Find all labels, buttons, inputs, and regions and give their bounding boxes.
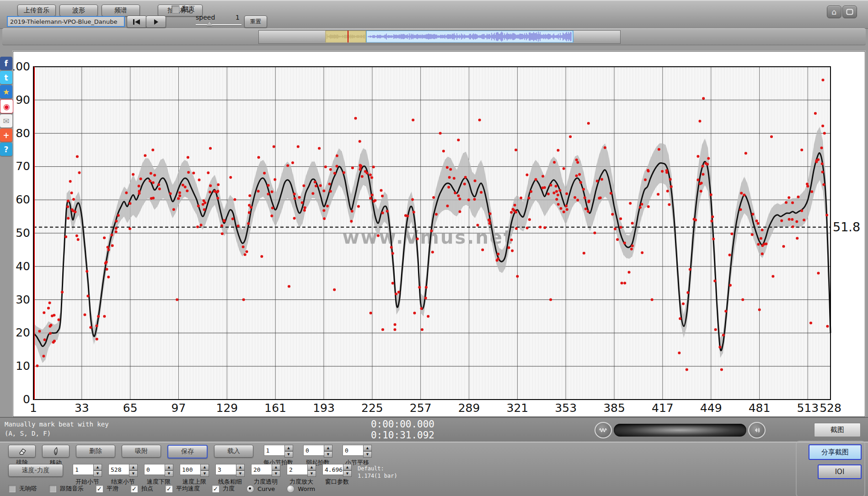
wave-mode-button[interactable] <box>595 422 612 438</box>
beat-spinner-3-value[interactable]: 0 <box>343 445 363 456</box>
spin-up-icon[interactable]: ▲ <box>165 464 173 470</box>
spin-up-icon[interactable]: ▲ <box>324 445 332 451</box>
spin-down-icon[interactable]: ▼ <box>363 451 372 458</box>
range-spinner-3-value[interactable]: 0 <box>144 464 165 475</box>
beat-dot <box>699 182 702 185</box>
weibo-share-button[interactable]: ◉ <box>0 99 13 113</box>
help-share-button[interactable]: ? <box>0 143 12 156</box>
option-checkbox-3[interactable]: ✓ <box>96 485 103 493</box>
spin-up-icon[interactable]: ▲ <box>129 464 138 470</box>
range-spinner-1-value[interactable]: 1 <box>73 464 93 475</box>
click-volume-button[interactable] <box>748 422 766 438</box>
ioi-button[interactable]: IOI <box>818 464 862 479</box>
range-spinner-2-value[interactable]: 528 <box>108 464 129 475</box>
toolbar-button-3[interactable]: 频谱 <box>102 5 140 16</box>
option-checkbox-6[interactable]: ✓ <box>212 485 220 493</box>
spin-down-icon[interactable]: ▼ <box>343 470 352 477</box>
edit-button-4[interactable]: 载入 <box>214 445 253 458</box>
beat-spinner-2-value[interactable]: 0 <box>303 445 324 456</box>
range-spinner-4-value[interactable]: 100 <box>180 464 200 475</box>
spin-down-icon[interactable]: ▼ <box>200 470 209 477</box>
spin-down-icon[interactable]: ▼ <box>165 470 173 477</box>
spin-down-icon[interactable]: ▼ <box>129 470 138 477</box>
beat-dot <box>694 219 697 221</box>
speed-slider-track[interactable] <box>196 24 241 25</box>
waveform-track[interactable] <box>258 30 621 44</box>
spin-up-icon[interactable]: ▲ <box>200 464 209 470</box>
spin-up-icon[interactable]: ▲ <box>272 464 280 470</box>
beat-dot <box>800 209 803 212</box>
beat-dot <box>457 194 460 197</box>
edit-button-1[interactable]: 删除 <box>76 445 115 458</box>
option-checkbox-2[interactable] <box>49 485 57 493</box>
beat-dot <box>791 218 793 221</box>
beat-dot <box>619 218 622 220</box>
option-checkbox-5[interactable]: ✓ <box>165 485 173 493</box>
beat-dot <box>267 193 270 196</box>
beat-dot <box>520 197 522 199</box>
option-checkbox-1[interactable] <box>8 485 16 493</box>
range-spinners: 1▲▼开始小节528▲▼结束小节0▲▼速度下限100▲▼速度上限3▲▼线条粗细2… <box>73 464 352 486</box>
tempo-chart[interactable]: 0102030405060708090100133659712916119322… <box>13 52 865 416</box>
speed-slider-thumb[interactable] <box>207 21 212 26</box>
skip-start-button[interactable] <box>127 16 147 28</box>
fullscreen-button[interactable] <box>842 5 857 18</box>
spin-up-icon[interactable]: ▲ <box>93 464 102 470</box>
beat-dot <box>386 210 389 213</box>
beat-dot <box>151 149 154 151</box>
spin-up-icon[interactable]: ▲ <box>363 445 372 451</box>
y-tick-label: 60 <box>16 193 30 206</box>
beat-dot <box>329 168 332 171</box>
spin-up-icon[interactable]: ▲ <box>307 464 316 470</box>
twitter-share-button[interactable]: t <box>0 71 12 84</box>
spin-up-icon[interactable]: ▲ <box>343 464 352 470</box>
toolbar-button-2[interactable]: 波形 <box>59 5 98 16</box>
range-spinner-5: 3▲▼线条粗细 <box>215 464 245 486</box>
beat-dot <box>457 139 460 141</box>
reset-button[interactable]: 重置 <box>244 16 267 28</box>
volume-slider[interactable] <box>614 424 746 437</box>
radio-worm[interactable] <box>287 485 295 493</box>
addthis-share-button[interactable]: + <box>0 128 12 142</box>
edit-button-2[interactable]: 吸附 <box>122 445 161 458</box>
play-button[interactable] <box>146 16 166 28</box>
beat-dot <box>184 186 187 188</box>
beat-spinner-1-value[interactable]: 1 <box>264 445 284 456</box>
spin-down-icon[interactable]: ▼ <box>272 470 280 477</box>
range-spinner-7-value[interactable]: 2 <box>287 464 307 475</box>
facebook-share-button[interactable]: f <box>0 57 12 70</box>
spin-down-icon[interactable]: ▼ <box>284 451 293 458</box>
range-spinner-7-control: 2▲▼ <box>287 464 316 477</box>
option-checkbox-4[interactable]: ✓ <box>130 485 138 493</box>
range-spinner-6-value[interactable]: 20 <box>251 464 272 475</box>
mail-share-button[interactable]: ✉ <box>0 114 12 128</box>
move-button[interactable] <box>42 445 70 458</box>
beat-dot <box>381 212 384 214</box>
radio-curve[interactable] <box>246 485 254 493</box>
edit-button-3[interactable]: 保存 <box>167 445 208 459</box>
beat-dot <box>129 202 131 205</box>
beat-dot <box>158 187 161 190</box>
screenshot-button[interactable]: 截图 <box>814 423 861 437</box>
tempo-dynamics-button[interactable]: 速度-力度 <box>8 464 63 477</box>
waveform-playhead-region[interactable] <box>326 31 366 43</box>
beat-dot <box>515 227 518 230</box>
spin-up-icon[interactable]: ▲ <box>284 445 293 451</box>
home-button[interactable]: ⌂ <box>827 5 841 18</box>
range-spinner-5-value[interactable]: 3 <box>215 464 236 475</box>
exclude-button[interactable] <box>8 445 36 458</box>
beat-dot <box>257 156 260 159</box>
toolbar-button-1[interactable]: 上传音乐 <box>17 5 56 16</box>
flip-page-checkbox[interactable] <box>171 5 179 13</box>
share-screenshot-button[interactable]: 分享截图 <box>809 444 862 460</box>
spin-up-icon[interactable]: ▲ <box>236 464 245 470</box>
spin-down-icon[interactable]: ▼ <box>236 470 245 477</box>
filename-input[interactable] <box>7 16 125 27</box>
range-spinner-8-value[interactable]: 4.6964 <box>322 464 343 475</box>
ioi-label: IOI <box>835 468 845 476</box>
spin-down-icon[interactable]: ▼ <box>324 451 332 458</box>
spin-down-icon[interactable]: ▼ <box>307 470 316 477</box>
qzone-share-button[interactable]: ★ <box>0 85 12 98</box>
spin-down-icon[interactable]: ▼ <box>93 470 102 477</box>
option-3: ✓平滑 <box>96 485 118 493</box>
